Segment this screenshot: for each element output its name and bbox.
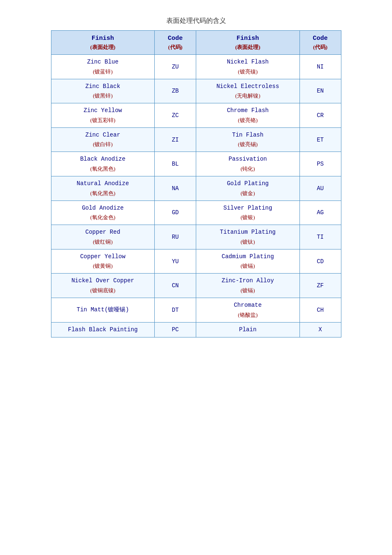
code-value: DT xyxy=(172,307,179,313)
finish-english: Cadmium Plating xyxy=(199,253,297,261)
header-finish-left: Finish (表面处理) xyxy=(51,31,155,55)
finish-english: Tin Flash xyxy=(199,131,297,139)
code-value: NI xyxy=(317,64,324,70)
right-finish-cell: Passivation(钝化) xyxy=(196,152,299,176)
left-code-cell: CN xyxy=(155,274,196,298)
finish-chinese: (氧化黑色) xyxy=(54,165,152,173)
finish-english: Chromate xyxy=(199,301,297,310)
left-finish-cell: Copper Red(镀红铜) xyxy=(51,225,155,249)
table-row: Zinc Yellow(镀五彩锌)ZCChrome Flash(镀亮铬)CR xyxy=(51,103,341,128)
finish-english: Passivation xyxy=(199,155,297,164)
finish-chinese: (镀红铜) xyxy=(54,238,152,246)
finish-english: Zinc Blue xyxy=(54,58,152,66)
left-code-cell: DT xyxy=(155,298,196,322)
code-value: EN xyxy=(317,88,324,94)
code-value: ZC xyxy=(172,112,179,119)
finish-chinese: (氧化黑色) xyxy=(54,190,152,197)
left-finish-cell: Copper Yellow(镀黄铜) xyxy=(51,249,155,274)
right-code-cell: AG xyxy=(299,200,341,225)
page-title: 表面处理代码的含义 xyxy=(166,17,226,25)
left-code-cell: YU xyxy=(155,249,196,274)
code-value: TI xyxy=(317,234,324,240)
finish-chinese: (铬酸盐) xyxy=(199,311,297,319)
left-finish-cell: Gold Anodize(氧化金色) xyxy=(51,200,155,225)
finish-chinese: (镀蓝锌) xyxy=(54,68,152,76)
finish-english: Chrome Flash xyxy=(199,107,297,115)
code-value: ET xyxy=(317,137,324,143)
table-row: Black Anodize(氧化黑色)BLPassivation(钝化)PS xyxy=(51,152,341,176)
finish-chinese: (镀镉) xyxy=(199,287,297,294)
table-row: Flash Black PaintingPCPlainX xyxy=(51,322,341,337)
right-finish-cell: Chromate(铬酸盐) xyxy=(196,298,299,322)
left-code-cell: ZU xyxy=(155,55,196,79)
finish-english: Black Anodize xyxy=(54,155,152,164)
right-finish-cell: Chrome Flash(镀亮铬) xyxy=(196,103,299,128)
finish-chinese: (镀亮铬) xyxy=(199,117,297,124)
left-code-cell: GD xyxy=(155,200,196,225)
right-code-cell: PS xyxy=(299,152,341,176)
finish-english: Nickel Electroless xyxy=(199,83,297,91)
finish-english: Nickel Over Copper xyxy=(54,277,152,285)
finish-table: Finish (表面处理) Code (代码) Finish (表面处理) Co… xyxy=(51,30,341,337)
finish-english: Copper Red xyxy=(54,228,152,237)
left-code-cell: PC xyxy=(155,322,196,337)
finish-english: Zinc Clear xyxy=(54,131,152,139)
right-code-cell: X xyxy=(299,322,341,337)
left-finish-cell: Zinc Clear(镀白锌) xyxy=(51,127,155,152)
table-row: Zinc Clear(镀白锌)ZITin Flash(镀亮锡)ET xyxy=(51,127,341,152)
right-code-cell: CD xyxy=(299,249,341,274)
code-value: PC xyxy=(172,326,179,333)
right-code-cell: ET xyxy=(299,127,341,152)
finish-chinese: (镀亮镍) xyxy=(199,68,297,76)
code-value: CR xyxy=(317,112,324,119)
code-value: AG xyxy=(317,209,324,216)
finish-english: Copper Yellow xyxy=(54,253,152,261)
right-finish-cell: Silver Plating(镀银) xyxy=(196,200,299,225)
finish-chinese: (钝化) xyxy=(199,165,297,173)
table-row: Nickel Over Copper(镀铜底镍)CNZinc-Iron Allo… xyxy=(51,274,341,298)
left-code-cell: ZI xyxy=(155,127,196,152)
right-finish-cell: Tin Flash(镀亮锡) xyxy=(196,127,299,152)
code-value: PS xyxy=(317,161,324,167)
finish-chinese: (镀金) xyxy=(199,190,297,197)
finish-english: Titanium Plating xyxy=(199,228,297,237)
right-finish-cell: Nickel Flash(镀亮镍) xyxy=(196,55,299,79)
table-row: Tin Matt(镀哑锡)DTChromate(铬酸盐)CH xyxy=(51,298,341,322)
right-code-cell: CH xyxy=(299,298,341,322)
code-value: CH xyxy=(317,307,324,313)
finish-chinese: (镀五彩锌) xyxy=(54,117,152,124)
code-value: ZI xyxy=(172,137,179,143)
code-value: NA xyxy=(172,185,179,192)
header-finish-right: Finish (表面处理) xyxy=(196,31,299,55)
table-row: Natural Anodize(氧化黑色)NAGold Plating(镀金)A… xyxy=(51,176,341,200)
finish-chinese: (镀黑锌) xyxy=(54,92,152,100)
finish-english: Silver Plating xyxy=(199,204,297,213)
right-finish-cell: Cadmium Plating(镀镉) xyxy=(196,249,299,274)
finish-chinese: (镀铜底镍) xyxy=(54,287,152,294)
finish-english: Flash Black Painting xyxy=(54,326,152,334)
code-value: CD xyxy=(317,258,324,265)
right-finish-cell: Plain xyxy=(196,322,299,337)
code-value: YU xyxy=(172,258,179,265)
left-finish-cell: Black Anodize(氧化黑色) xyxy=(51,152,155,176)
finish-chinese: (镀银) xyxy=(199,214,297,221)
left-finish-cell: Zinc Black(镀黑锌) xyxy=(51,79,155,103)
left-finish-cell: Zinc Yellow(镀五彩锌) xyxy=(51,103,155,128)
code-value: CN xyxy=(172,282,179,289)
code-value: X xyxy=(319,326,322,333)
code-value: ZF xyxy=(317,282,324,289)
right-finish-cell: Nickel Electroless(无电解镍) xyxy=(196,79,299,103)
code-value: GD xyxy=(172,209,179,216)
finish-chinese: (氧化金色) xyxy=(54,214,152,221)
right-finish-cell: Gold Plating(镀金) xyxy=(196,176,299,200)
finish-chinese: (镀镉) xyxy=(199,262,297,270)
table-row: Gold Anodize(氧化金色)GDSilver Plating(镀银)AG xyxy=(51,200,341,225)
page-container: 表面处理代码的含义 Finish (表面处理) Code (代码) Finish… xyxy=(51,17,341,337)
finish-english: Zinc-Iron Alloy xyxy=(199,277,297,285)
finish-english: Natural Anodize xyxy=(54,180,152,188)
left-finish-cell: Tin Matt(镀哑锡) xyxy=(51,298,155,322)
left-finish-cell: Zinc Blue(镀蓝锌) xyxy=(51,55,155,79)
code-value: AU xyxy=(317,185,324,192)
finish-english: Gold Plating xyxy=(199,180,297,188)
left-code-cell: BL xyxy=(155,152,196,176)
